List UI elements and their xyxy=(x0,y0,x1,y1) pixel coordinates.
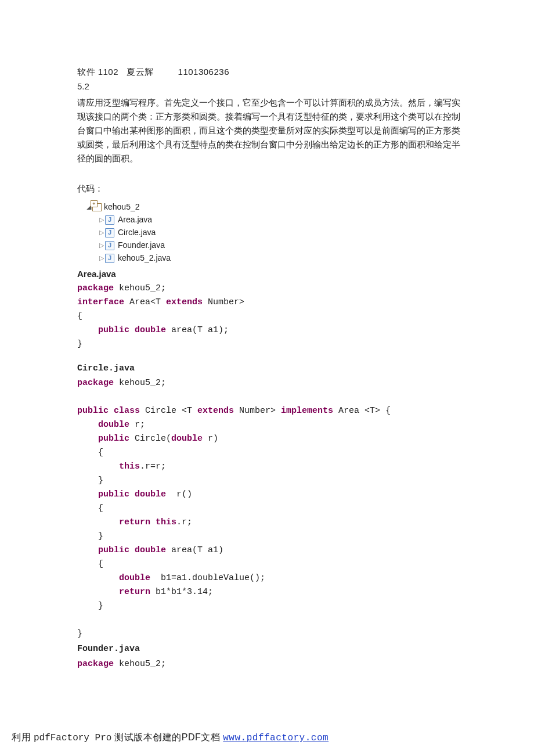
keyword: extends xyxy=(197,406,234,416)
code-pad xyxy=(77,462,119,471)
code-pad xyxy=(77,476,98,485)
code-text: } xyxy=(98,476,103,485)
collapse-icon: ▷ xyxy=(98,240,105,250)
keyword: public double xyxy=(98,325,166,335)
student-name: 夏云辉 xyxy=(127,67,154,77)
keyword: public xyxy=(98,434,129,444)
tree-file-row: ▷ J Circle.java xyxy=(85,226,534,239)
file-label: kehou5_2.java xyxy=(118,252,171,265)
tree-file-row: ▷ J Founder.java xyxy=(85,239,534,252)
code-text: Circle <T xyxy=(140,406,197,416)
collapse-icon: ▷ xyxy=(98,215,105,225)
collapse-icon: ▷ xyxy=(98,228,105,237)
pdf-footer: 利用 pdfFactory Pro 测试版本创建的PDF文档 www.pdffa… xyxy=(12,730,329,746)
code-text: b1=a1.doubleValue(); xyxy=(150,573,265,583)
code-text: r) xyxy=(203,434,218,444)
student-id: 1101306236 xyxy=(178,67,229,77)
keyword: implements xyxy=(281,406,333,416)
footer-prefix: 利用 xyxy=(12,732,34,742)
collapse-icon: ▷ xyxy=(98,253,105,263)
tree-file-row: ▷ J kehou5_2.java xyxy=(85,252,534,265)
code-text: r; xyxy=(129,420,145,430)
java-file-icon: J xyxy=(105,241,114,250)
footer-link[interactable]: www.pdffactory.com xyxy=(223,733,329,743)
class-id: 软件 1102 xyxy=(77,67,118,77)
keyword: interface xyxy=(77,297,124,307)
file-heading-area: Area.java xyxy=(77,267,534,280)
code-text: kehou5_2; xyxy=(114,283,166,293)
file-label: Area.java xyxy=(118,214,152,226)
code-text: { xyxy=(98,559,103,569)
tree-package-row: ◢ kehou5_2 xyxy=(85,201,534,214)
keyword: double xyxy=(98,420,129,430)
code-pad xyxy=(77,420,98,430)
package-tree: ◢ kehou5_2 ▷ J Area.java ▷ J Circle.java… xyxy=(85,201,534,265)
file-label: Founder.java xyxy=(118,239,165,252)
document-header: 软件 1102夏云辉1101306236 xyxy=(77,65,534,78)
keyword: double xyxy=(171,434,203,444)
code-pad xyxy=(77,434,98,444)
code-text: area(T a1); xyxy=(166,325,229,335)
keyword: return this xyxy=(119,517,176,527)
code-block-area: package kehou5_2; interface Area<T exten… xyxy=(77,282,534,351)
problem-statement: 请应用泛型编写程序。首先定义一个接口，它至少包含一个可以计算面积的成员方法。然后… xyxy=(77,96,460,165)
code-text: { xyxy=(98,503,103,513)
code-block-founder: package kehou5_2; xyxy=(77,657,534,671)
code-text: Circle( xyxy=(129,434,171,444)
code-text: } xyxy=(77,629,82,639)
code-text: } xyxy=(77,339,82,349)
code-text: kehou5_2; xyxy=(114,659,166,669)
keyword: extends xyxy=(166,297,203,307)
package-label: kehou5_2 xyxy=(104,201,140,214)
file-heading-founder: Founder.java xyxy=(77,642,534,656)
keyword: package xyxy=(77,378,114,388)
package-icon xyxy=(92,203,102,211)
code-text: Number> xyxy=(234,406,281,416)
code-pad xyxy=(77,559,98,569)
code-text: kehou5_2; xyxy=(114,378,166,388)
code-text: r() xyxy=(166,489,192,499)
code-pad xyxy=(77,573,119,583)
code-pad xyxy=(77,531,98,541)
code-pad xyxy=(77,325,98,335)
code-pad xyxy=(77,489,98,499)
code-label: 代码： xyxy=(77,182,534,195)
keyword: package xyxy=(77,659,114,669)
code-text: .r=r; xyxy=(140,462,166,471)
code-text: b1*b1*3.14; xyxy=(150,587,213,597)
tree-file-row: ▷ J Area.java xyxy=(85,214,534,226)
section-number: 5.2 xyxy=(77,80,534,93)
java-file-icon: J xyxy=(105,228,114,237)
footer-product: pdfFactory Pro xyxy=(34,733,111,743)
footer-mid: 测试版本创建的PDF文档 xyxy=(111,732,223,742)
code-text: { xyxy=(77,311,82,321)
code-text: } xyxy=(98,601,103,611)
keyword: return xyxy=(119,587,150,597)
code-pad xyxy=(77,503,98,513)
keyword: double xyxy=(119,573,150,583)
keyword: package xyxy=(77,283,114,293)
code-text: } xyxy=(98,531,103,541)
code-text: .r; xyxy=(176,517,192,527)
code-pad xyxy=(77,601,98,611)
file-heading-circle: Circle.java xyxy=(77,362,534,375)
code-text: { xyxy=(98,448,103,458)
code-pad xyxy=(77,448,98,458)
keyword: public double xyxy=(98,545,166,555)
code-text: Area<T xyxy=(124,297,166,307)
code-text: Area <T> { xyxy=(333,406,391,416)
code-pad xyxy=(77,587,119,597)
code-block-circle: package kehou5_2; public class Circle <T… xyxy=(77,376,534,641)
keyword: public class xyxy=(77,406,140,416)
keyword: public double xyxy=(98,489,166,499)
keyword: this xyxy=(119,462,140,471)
java-file-icon: J xyxy=(105,254,114,263)
code-pad xyxy=(77,545,98,555)
java-file-icon: J xyxy=(105,215,114,225)
code-text: area(T a1) xyxy=(166,545,223,555)
code-pad xyxy=(77,517,119,527)
file-label: Circle.java xyxy=(118,226,156,239)
code-text: Number> xyxy=(203,297,244,307)
